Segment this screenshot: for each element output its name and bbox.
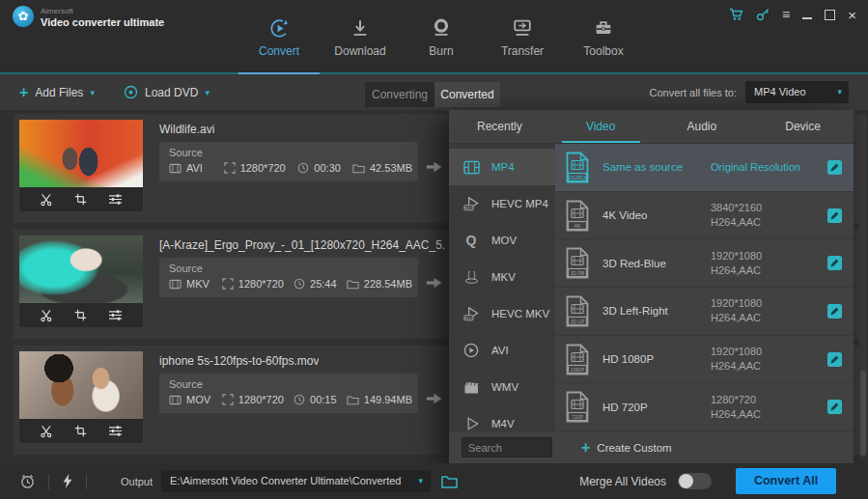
source-info-box: Source MOV 1280*720 00:15 149.94MB [159, 374, 418, 413]
high-speed-icon[interactable] [62, 473, 73, 489]
add-files-button[interactable]: + Add Files ▾ [19, 74, 95, 110]
tab-converting[interactable]: Converting [365, 82, 434, 107]
key-icon[interactable] [756, 8, 770, 21]
tab-toolbox-label: Toolbox [563, 44, 644, 58]
load-dvd-label: Load DVD [145, 86, 198, 99]
toolbox-icon [563, 16, 644, 40]
effects-icon[interactable] [108, 193, 123, 206]
option-3d-red-blue[interactable]: 3D RB 3D Red-Blue 1920*1080H264,AAC [555, 239, 854, 288]
convert-icon [238, 16, 320, 40]
option-hd-1080p[interactable]: 1080P HD 1080P 1920*1080H264,AAC [555, 336, 854, 384]
scrollbar[interactable] [859, 114, 867, 457]
file-size: 149.94MB [364, 394, 412, 405]
bottom-bar: Output E:\Aimersoft Video Converter Ulti… [0, 463, 868, 499]
tab-audio[interactable]: Audio [652, 110, 753, 143]
option-specs: 1920*1080H264,AAC [711, 249, 827, 278]
minimize-icon[interactable] [802, 10, 812, 19]
convert-to-label: Convert all files to: [650, 87, 737, 98]
resolution-icon [222, 394, 234, 405]
edit-icon[interactable] [827, 352, 842, 367]
tab-recently[interactable]: Recently [449, 110, 550, 143]
tab-transfer[interactable]: Transfer [482, 16, 563, 58]
format-item-m4v[interactable]: M4V [449, 405, 555, 431]
edit-icon[interactable] [827, 400, 842, 414]
video-thumbnail [19, 236, 143, 303]
edit-icon[interactable] [827, 208, 842, 223]
svg-text:HEVC: HEVC [463, 207, 473, 210]
option-4k-video[interactable]: 4K 4K Video 3840*2160H264,AAC [555, 192, 854, 240]
tab-download[interactable]: Download [320, 16, 401, 58]
svg-text:3D LR: 3D LR [571, 319, 585, 324]
clock-icon [294, 394, 305, 405]
play-triangle-icon [462, 416, 481, 431]
option-3d-left-right[interactable]: 3D LR 3D Left-Right 1920*1080H264,AAC [555, 288, 854, 336]
output-format-dropdown[interactable]: MP4 Video ▾ [745, 81, 849, 103]
output-format-value: MP4 Video [754, 86, 806, 97]
convert-all-button[interactable]: Convert All [736, 468, 836, 494]
format-item-hevc-mkv[interactable]: HEVC HEVC MKV [449, 295, 555, 332]
load-dvd-caret-icon[interactable]: ▾ [205, 88, 210, 97]
trim-icon[interactable] [40, 309, 53, 322]
effects-icon[interactable] [108, 309, 123, 321]
trim-icon[interactable] [40, 193, 53, 207]
crop-icon[interactable] [74, 309, 87, 321]
format-list: MP4 HEVC HEVC MP4 Q MOV { } MKV HEVC HEV… [449, 144, 555, 431]
scrollbar-thumb[interactable] [860, 371, 866, 456]
dvd-icon [124, 85, 138, 99]
option-same-as-source[interactable]: SOURCE Same as source Original Resolutio… [555, 144, 854, 192]
hevc-play-icon: HEVC [462, 196, 481, 211]
search-input[interactable] [462, 437, 552, 457]
video-thumbnail [19, 351, 143, 419]
crop-icon[interactable] [74, 425, 87, 437]
schedule-icon[interactable] [19, 473, 36, 489]
app-title: Video converter ultimate [41, 16, 164, 28]
crop-icon[interactable] [74, 193, 87, 206]
output-path-dropdown[interactable]: E:\Aimersoft Video Converter Ultimate\Co… [161, 470, 431, 492]
file-format: MOV [186, 394, 210, 405]
format-item-label: MKV [491, 271, 516, 283]
tab-burn[interactable]: Burn [401, 16, 482, 58]
edit-icon[interactable] [827, 256, 842, 270]
video-thumbnail [19, 120, 143, 187]
tab-convert[interactable]: Convert [238, 16, 320, 58]
format-item-mov[interactable]: Q MOV [449, 222, 555, 259]
open-folder-icon[interactable] [441, 475, 458, 488]
hevc-play-icon: HEVC [462, 306, 481, 321]
format-item-hevc-mp4[interactable]: HEVC HEVC MP4 [449, 185, 555, 222]
load-dvd-button[interactable]: Load DVD ▾ [124, 74, 210, 110]
trim-icon[interactable] [40, 425, 53, 438]
option-hd-720p[interactable]: 720P HD 720P 1280*720H264,AAC [555, 383, 854, 431]
window-controls: ≡ × [729, 7, 856, 22]
format-item-mp4[interactable]: MP4 [449, 149, 555, 185]
doc-1080p-icon: 1080P [565, 344, 590, 375]
edit-icon[interactable] [827, 160, 842, 175]
effects-icon[interactable] [108, 425, 123, 437]
svg-text:HEVC: HEVC [463, 317, 473, 320]
tab-video[interactable]: Video [550, 110, 652, 143]
source-label: Source [169, 378, 203, 390]
file-format: AVI [186, 162, 203, 174]
app-window: ✿ Aimersoft Video converter ultimate Con… [0, 0, 868, 499]
merge-toggle[interactable] [678, 473, 712, 489]
format-category-tabs: Recently Video Audio Device [449, 110, 854, 144]
format-item-wmv[interactable]: WMV [449, 369, 555, 405]
clapperboard-icon [462, 380, 481, 395]
add-files-caret-icon[interactable]: ▾ [90, 88, 95, 97]
cart-icon[interactable] [729, 8, 743, 21]
close-icon[interactable]: × [848, 9, 856, 21]
svg-text:720P: 720P [572, 414, 583, 420]
format-item-label: AVI [491, 345, 509, 356]
format-item-avi[interactable]: AVI [449, 332, 555, 369]
maximize-icon[interactable] [825, 10, 835, 20]
brand-name: Aimersoft [41, 7, 164, 15]
aimersoft-logo-icon: ✿ [13, 6, 34, 27]
svg-text:3D RB: 3D RB [571, 270, 585, 276]
menu-icon[interactable]: ≡ [782, 8, 790, 21]
tab-toolbox[interactable]: Toolbox [563, 16, 644, 58]
edit-icon[interactable] [827, 304, 842, 319]
tab-converted[interactable]: Converted [434, 82, 500, 107]
format-item-mkv[interactable]: { } MKV [449, 259, 555, 295]
create-custom-button[interactable]: + Create Custom [581, 440, 672, 456]
option-name: 3D Left-Right [602, 305, 711, 317]
tab-device[interactable]: Device [752, 110, 854, 143]
